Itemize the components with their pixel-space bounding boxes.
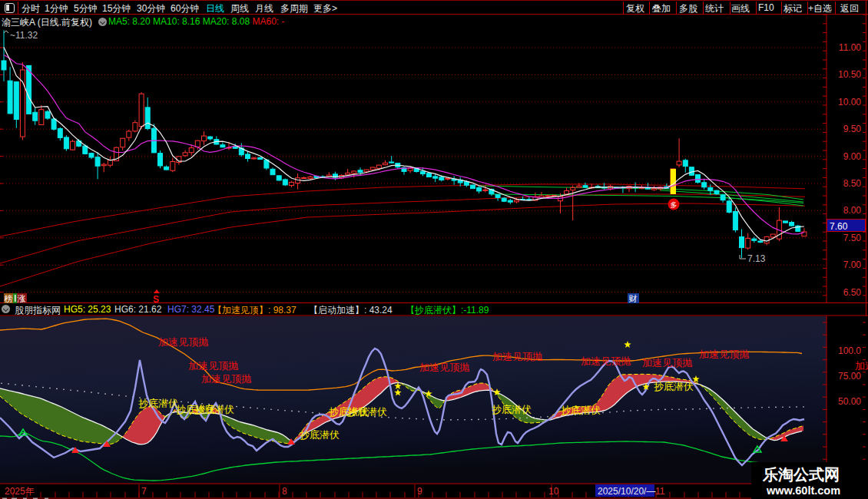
svg-text:9: 9 (417, 486, 422, 497)
svg-text:加速见顶抛: 加速见顶抛 (201, 373, 251, 385)
svg-text:乐淘公式网: 乐淘公式网 (762, 466, 840, 483)
svg-text:75.00: 75.00 (838, 371, 861, 382)
svg-text:加速见顶抛: 加速见顶抛 (492, 351, 542, 362)
svg-text:抄底潜伏: 抄底潜伏 (492, 404, 532, 415)
svg-text:加速见顶抛: 加速见顶抛 (188, 360, 238, 372)
svg-text:加速见顶抛: 加速见顶抛 (158, 336, 208, 348)
svg-text:抄底潜伏: 抄底潜伏 (347, 406, 387, 418)
svg-text:www.60lt.com: www.60lt.com (766, 484, 840, 497)
svg-text:50.00: 50.00 (838, 396, 861, 407)
svg-text:加速见顶抛: 加速见顶抛 (699, 349, 749, 360)
svg-text:8: 8 (282, 486, 287, 497)
svg-text:加速见顶抛: 加速见顶抛 (642, 357, 692, 368)
svg-text:加速见顶抛: 加速见顶抛 (419, 362, 469, 373)
svg-text:加速见顶抛: 加速见顶抛 (855, 360, 868, 372)
svg-text:加速见顶抛: 加速见顶抛 (581, 355, 631, 367)
svg-text:7: 7 (141, 486, 147, 497)
svg-text:抄底潜伏: 抄底潜伏 (561, 405, 601, 416)
svg-text:抄底潜伏: 抄底潜伏 (194, 404, 234, 415)
svg-text:抄底潜伏: 抄底潜伏 (654, 381, 694, 392)
svg-text:抄底潜伏: 抄底潜伏 (138, 398, 178, 409)
svg-text:10: 10 (548, 486, 559, 497)
svg-text:11: 11 (655, 486, 665, 497)
svg-text:2025年: 2025年 (5, 486, 35, 497)
svg-text:2025/10/20/—: 2025/10/20/— (598, 486, 655, 497)
svg-text:100.0: 100.0 (838, 345, 861, 356)
svg-text:抄底潜伏: 抄底潜伏 (300, 429, 340, 441)
